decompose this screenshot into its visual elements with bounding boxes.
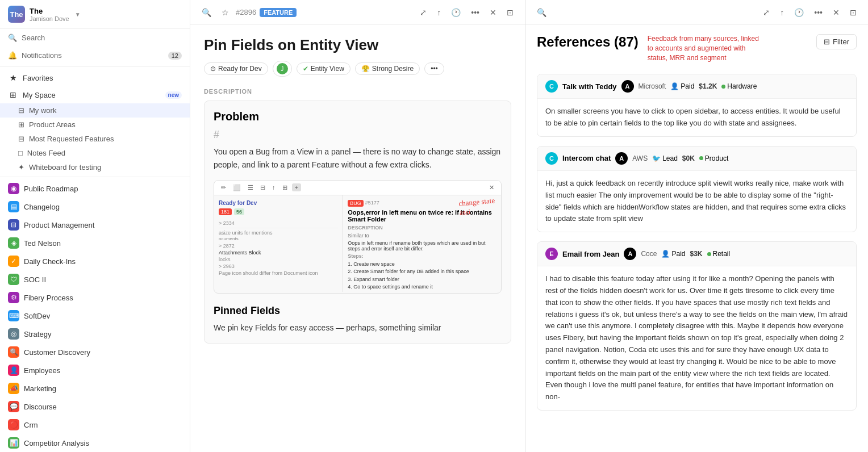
sidebar-header: The The Jamison Dove ▼ xyxy=(0,0,190,29)
filter-button[interactable]: ⊟ Filter xyxy=(816,34,857,49)
ref-company-2: AWS xyxy=(632,154,648,162)
more-btn[interactable]: ••• xyxy=(468,6,483,19)
sc-frame-icon[interactable]: ⬜ xyxy=(231,183,243,192)
fibery-process-icon: ⚙ xyxy=(8,292,19,303)
sidebar-item-changelog[interactable]: ▤ Changelog xyxy=(0,198,190,216)
close-btn[interactable]: ✕ xyxy=(486,6,500,19)
notifications-badge: 12 xyxy=(168,52,182,60)
tag-icon-ready: ⊙ xyxy=(210,65,216,73)
my-work-icon: ⊟ xyxy=(18,106,24,115)
sidebar-item-ted-nelson[interactable]: ◈ Ted Nelson xyxy=(0,234,190,252)
screenshot-body: Ready for Dev 181 56 > 2334 asize units … xyxy=(214,195,501,292)
sidebar-item-discourse[interactable]: 💬 Discourse xyxy=(0,397,190,416)
ref-mrr-1: $1.2K xyxy=(699,82,717,90)
sidebar-item-daily-checkins[interactable]: ✓ Daily Check-Ins xyxy=(0,252,190,270)
ref-avatar-2: C xyxy=(545,152,558,165)
sidebar-item-product-management[interactable]: ⊟ Product Management xyxy=(0,216,190,234)
right-split-btn[interactable]: ⊡ xyxy=(846,6,860,19)
split-btn[interactable]: ⊡ xyxy=(503,6,517,19)
tier-icon-2: 🐦 xyxy=(652,154,661,162)
sidebar-item-my-work[interactable]: ⊟ My work xyxy=(0,103,190,118)
sidebar-item-notes-feed[interactable]: □ Notes Feed xyxy=(0,146,190,160)
reference-card-3: E Email from Jean A Coce 👤 Paid $3K Reta… xyxy=(537,241,857,411)
sc-list-icon[interactable]: ☰ xyxy=(245,183,256,192)
share-btn[interactable]: ↑ xyxy=(433,6,444,19)
right-search-btn[interactable]: 🔍 xyxy=(533,6,550,19)
sidebar-item-employees[interactable]: 👤 Employees xyxy=(0,361,190,379)
ref-source-name-1: Talk with Teddy xyxy=(562,82,617,91)
search-toolbar-btn[interactable]: 🔍 xyxy=(198,6,215,19)
tag-strong-desire[interactable]: 😤 Strong Desire xyxy=(355,62,420,75)
panel-right: 🔍 ⤢ ↑ 🕐 ••• ✕ ⊡ References (87) Feedback… xyxy=(525,0,868,452)
marketing-icon: 📣 xyxy=(8,383,19,394)
sidebar-divider-1 xyxy=(0,66,190,67)
sidebar-notifications[interactable]: 🔔 Notifications 12 xyxy=(0,47,190,64)
tier-icon-1: 👤 xyxy=(670,82,679,90)
item-id: #2896 xyxy=(236,8,256,16)
sidebar-item-public-roadmap[interactable]: ◉ Public Roadmap xyxy=(0,179,190,198)
right-more-btn[interactable]: ••• xyxy=(811,6,826,19)
most-requested-icon: ⊟ xyxy=(18,135,24,143)
right-expand-btn[interactable]: ⤢ xyxy=(760,6,773,19)
sidebar-item-product-areas[interactable]: ⊞ Product Areas xyxy=(0,118,190,132)
tag-more[interactable]: ••• xyxy=(424,62,444,75)
history-btn[interactable]: 🕐 xyxy=(448,6,464,19)
right-history-btn[interactable]: 🕐 xyxy=(791,6,807,19)
ref-company-1: Microsoft xyxy=(639,82,666,90)
sidebar-label-discourse: Discourse xyxy=(24,403,57,411)
tag-ready-for-dev[interactable]: ⊙ Ready for Dev xyxy=(204,62,268,75)
sc-close-icon[interactable]: ✕ xyxy=(487,183,496,192)
sc-number-icon[interactable]: ↑ xyxy=(270,183,278,192)
ref-tier-2: 🐦 Lead xyxy=(652,154,678,162)
sidebar-item-favorites[interactable]: ★ Favorites xyxy=(0,69,190,86)
workspace-logo[interactable]: The xyxy=(8,6,25,23)
filter-label: Filter xyxy=(833,37,849,46)
expand-btn[interactable]: ⤢ xyxy=(416,6,430,19)
sidebar-item-fibery-process[interactable]: ⚙ Fibery Process xyxy=(0,288,190,307)
screenshot-toolbar: ✏ ⬜ ☰ ⊟ ↑ ⊞ + ✕ xyxy=(214,181,501,195)
sidebar-label-softdev: SoftDev xyxy=(24,312,50,320)
sidebar-item-softdev[interactable]: ⌨ SoftDev xyxy=(0,307,190,325)
left-panel-toolbar: 🔍 ☆ #2896 FEATURE ⤢ ↑ 🕐 ••• ✕ ⊡ xyxy=(190,0,525,25)
sidebar-item-customer-discovery[interactable]: 🔍 Customer Discovery xyxy=(0,343,190,361)
whiteboard-icon: ✦ xyxy=(18,163,24,171)
sidebar-label-most-requested: Most Requested Features xyxy=(29,135,114,143)
workspace-caret-icon[interactable]: ▼ xyxy=(75,11,81,18)
right-share-btn[interactable]: ↑ xyxy=(777,6,787,19)
tag-label-ready: Ready for Dev xyxy=(218,65,262,73)
sc-state-label: Ready for Dev xyxy=(219,200,338,206)
sidebar-divider-2 xyxy=(0,177,190,177)
pinned-fields-title: Pinned Fields xyxy=(214,305,502,317)
tag-icon-entity: ✔ xyxy=(303,65,308,73)
sidebar-label-whiteboard: Whiteboard for testing xyxy=(29,163,101,171)
ref-tier-1: 👤 Paid xyxy=(670,82,694,90)
sidebar-search[interactable]: 🔍 Search xyxy=(0,29,190,47)
sidebar-label-strategy: Strategy xyxy=(24,330,51,338)
sidebar-item-competitor-analysis[interactable]: 📊 Competitor Analysis xyxy=(0,434,190,452)
sidebar-item-strategy[interactable]: ◎ Strategy xyxy=(0,325,190,343)
sidebar-item-my-space[interactable]: ⊞ My Space new xyxy=(0,86,190,103)
pinned-fields-text: We pin key Fields for easy access — perh… xyxy=(214,321,502,334)
sc-filter-icon[interactable]: ⊟ xyxy=(258,183,268,192)
tag-entity-view[interactable]: ✔ Entity View xyxy=(297,62,350,75)
sc-edit-icon[interactable]: ✏ xyxy=(219,183,228,192)
right-close-btn[interactable]: ✕ xyxy=(829,6,843,19)
ref-card-body-3: I had to disable this feature today afte… xyxy=(537,266,856,410)
sidebar-item-crm[interactable]: 🔴 Crm xyxy=(0,416,190,434)
star-toolbar-btn[interactable]: ☆ xyxy=(218,6,232,19)
employees-icon: 👤 xyxy=(8,365,19,376)
sidebar-item-soc-ii[interactable]: 🛡 SOC II xyxy=(0,270,190,288)
strategy-icon: ◎ xyxy=(8,328,19,340)
sc-group-icon[interactable]: ⊞ xyxy=(280,183,290,192)
sidebar-item-whiteboard[interactable]: ✦ Whiteboard for testing xyxy=(0,160,190,174)
public-roadmap-icon: ◉ xyxy=(8,183,19,194)
tag-avatar[interactable]: J xyxy=(273,61,292,77)
ref-source-name-2: Intercom chat xyxy=(562,154,611,162)
reference-card-2: C Intercom chat A AWS 🐦 Lead $0K Product xyxy=(537,146,857,232)
filter-icon: ⊟ xyxy=(824,37,830,46)
screenshot-left-pane: Ready for Dev 181 56 > 2334 asize units … xyxy=(214,195,343,292)
workspace-info: The Jamison Dove xyxy=(30,7,69,22)
sidebar-item-marketing[interactable]: 📣 Marketing xyxy=(0,379,190,397)
sidebar-item-most-requested[interactable]: ⊟ Most Requested Features xyxy=(0,132,190,146)
sc-add-icon[interactable]: + xyxy=(292,183,301,191)
